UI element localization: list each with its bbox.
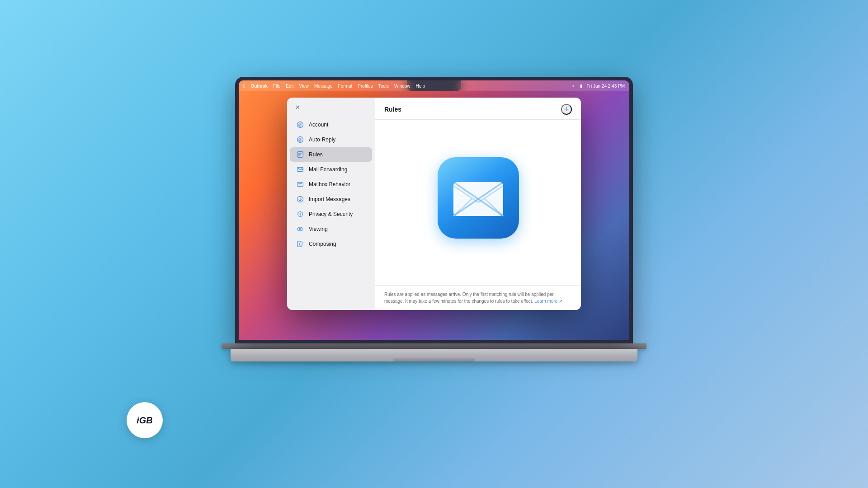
- macbook-hinge: [222, 343, 646, 349]
- composing-icon: [296, 240, 304, 248]
- menu-bar:  Outlook File Edit View Message Format …: [239, 80, 629, 91]
- svg-point-17: [300, 229, 301, 230]
- composing-label: Composing: [309, 241, 336, 247]
- sidebar-item-composing[interactable]: Composing: [290, 237, 372, 251]
- svg-text:@: @: [298, 138, 302, 142]
- sidebar: ✕ @ Account: [287, 98, 375, 310]
- svg-rect-9: [297, 183, 303, 187]
- menu-edit[interactable]: Edit: [286, 84, 293, 89]
- viewing-label: Viewing: [309, 226, 328, 232]
- macbook-wrapper:  Outlook File Edit View Message Format …: [217, 77, 651, 411]
- svg-line-21: [484, 198, 503, 216]
- svg-rect-19: [453, 182, 503, 216]
- macbook-base: [231, 349, 637, 361]
- footer-description: Rules are applied as messages arrive. On…: [384, 292, 554, 304]
- macbook-screen:  Outlook File Edit View Message Format …: [235, 77, 633, 343]
- battery-icon: ▮: [579, 83, 584, 89]
- rules-label: Rules: [309, 151, 323, 158]
- menu-file[interactable]: File: [273, 84, 280, 89]
- sidebar-item-auto-reply[interactable]: @ Auto-Reply: [290, 132, 372, 147]
- menu-message[interactable]: Message: [314, 84, 333, 89]
- menu-profiles[interactable]: Profiles: [358, 84, 373, 89]
- mailbox-behavior-label: Mailbox Behavior: [309, 181, 350, 188]
- learn-more-link[interactable]: Learn more ↗: [534, 299, 562, 304]
- settings-dialog: ✕ @ Account: [287, 98, 581, 310]
- igb-badge: iGB: [127, 402, 163, 438]
- main-body: [375, 120, 581, 285]
- privacy-security-label: Privacy & Security: [309, 211, 353, 217]
- envelope-svg: [451, 178, 505, 218]
- mailbox-behavior-icon: [296, 180, 304, 188]
- rules-icon: [296, 150, 304, 159]
- privacy-security-icon: [296, 210, 304, 218]
- svg-text:@: @: [298, 123, 302, 127]
- menu-view[interactable]: View: [299, 84, 309, 89]
- sidebar-item-mail-forwarding[interactable]: Mail Forwarding: [290, 162, 372, 177]
- mail-forwarding-label: Mail Forwarding: [309, 166, 347, 173]
- app-name-menu[interactable]: Outlook: [250, 84, 268, 89]
- datetime-display: Fri Jan 24 2:43 PM: [587, 84, 625, 89]
- add-rule-button[interactable]: +: [561, 104, 572, 115]
- svg-rect-10: [298, 183, 302, 184]
- svg-rect-11: [298, 185, 301, 185]
- viewing-icon: [296, 225, 304, 233]
- wifi-icon: ≈: [571, 83, 576, 89]
- import-messages-icon: [296, 195, 304, 203]
- close-button[interactable]: ✕: [293, 103, 302, 111]
- account-label: Account: [309, 122, 328, 128]
- import-messages-label: Import Messages: [309, 196, 350, 202]
- svg-line-22: [455, 183, 502, 215]
- main-header: Rules +: [375, 98, 581, 120]
- sidebar-item-account[interactable]: @ Account: [290, 117, 372, 132]
- mail-forwarding-icon: [296, 165, 304, 174]
- menu-tools[interactable]: Tools: [378, 84, 389, 89]
- sidebar-item-import-messages[interactable]: Import Messages: [290, 192, 372, 206]
- main-content: Rules +: [375, 98, 581, 310]
- svg-point-13: [300, 213, 301, 215]
- menu-window[interactable]: Window: [394, 84, 410, 89]
- svg-line-20: [453, 198, 473, 216]
- main-footer: Rules are applied as messages arrive. On…: [375, 285, 581, 310]
- sidebar-item-rules[interactable]: Rules: [290, 147, 372, 162]
- svg-line-23: [455, 183, 502, 215]
- sidebar-item-mailbox-behavior[interactable]: Mailbox Behavior: [290, 177, 372, 192]
- screen-content:  Outlook File Edit View Message Format …: [239, 80, 629, 340]
- menu-help[interactable]: Help: [416, 84, 425, 89]
- dialog-title: Rules: [384, 106, 401, 113]
- auto-reply-icon: @: [296, 136, 304, 144]
- menu-format[interactable]: Format: [338, 84, 353, 89]
- mail-app-icon: [438, 157, 519, 239]
- igb-label: iGB: [137, 415, 153, 426]
- auto-reply-label: Auto-Reply: [309, 136, 335, 143]
- account-icon: @: [296, 121, 304, 129]
- apple-logo-icon[interactable]: : [243, 83, 245, 89]
- sidebar-item-privacy-security[interactable]: Privacy & Security: [290, 207, 372, 221]
- sidebar-item-viewing[interactable]: Viewing: [290, 222, 372, 236]
